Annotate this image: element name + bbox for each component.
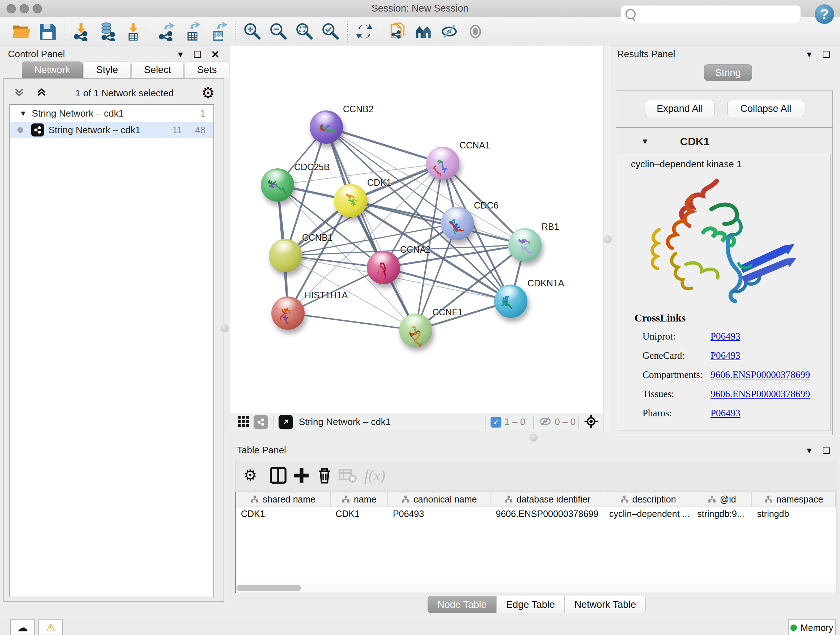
import-network-file-button[interactable]	[69, 19, 93, 43]
show-all-button[interactable]	[464, 19, 488, 43]
control-panel-collapse-icon[interactable]: ▼	[177, 50, 185, 59]
help-button[interactable]: ?	[815, 4, 834, 24]
gene-expand-icon[interactable]: ▼	[641, 137, 649, 146]
table-panel-float-icon[interactable]: ❑	[823, 446, 831, 456]
cloud-status-button[interactable]: ☁	[10, 619, 35, 635]
column-header-namespace[interactable]: namespace	[752, 492, 836, 506]
table-hscrollbar-thumb[interactable]	[237, 585, 301, 591]
node-CDK1[interactable]	[334, 184, 367, 217]
tab-network-table[interactable]: Network Table	[565, 596, 646, 613]
column-header-@id[interactable]: @id	[692, 492, 752, 506]
export-image-button[interactable]	[207, 19, 231, 43]
import-network-database-button[interactable]	[95, 19, 119, 43]
control-panel-close-icon[interactable]: ✕	[211, 49, 219, 60]
delete-column-icon[interactable]	[314, 465, 335, 486]
tab-select[interactable]: Select	[131, 62, 184, 78]
open-in-new-window-icon[interactable]	[279, 415, 293, 429]
table-cell[interactable]: cyclin–dependent ...	[604, 507, 692, 521]
node-CDC25B[interactable]	[261, 168, 294, 202]
crosslinks-title: CrossLinks	[635, 312, 685, 324]
horizontal-splitter-handle[interactable]	[530, 434, 538, 442]
hidden-eye-icon[interactable]	[538, 415, 552, 429]
results-panel-float-icon[interactable]: ❑	[823, 50, 831, 60]
network-row[interactable]: String Network – cdk1 11 48	[10, 122, 213, 138]
column-header-database-identifier[interactable]: database identifier	[491, 492, 605, 506]
create-column-icon[interactable]	[291, 465, 312, 486]
crosslink-link[interactable]: P06493	[711, 331, 741, 345]
table-cell[interactable]: stringdb:9...	[692, 507, 752, 521]
node-CCNE1[interactable]	[399, 314, 432, 347]
tab-network[interactable]: Network	[22, 62, 83, 78]
export-network-button[interactable]	[155, 19, 179, 43]
table-cell[interactable]: CDK1	[330, 507, 387, 521]
node-CCNB1[interactable]	[269, 239, 302, 272]
node-CCNA1[interactable]	[426, 147, 459, 180]
expand-all-button[interactable]: Expand All	[645, 100, 714, 117]
results-panel-collapse-icon[interactable]: ▼	[805, 50, 813, 59]
crosslink-row: Compartments:9606.ENSP00000378699	[643, 369, 827, 384]
import-table-button[interactable]	[121, 19, 145, 43]
expand-all-networks-icon[interactable]	[35, 86, 48, 100]
control-panel-float-icon[interactable]: ❑	[194, 50, 202, 60]
tab-edge-table[interactable]: Edge Table	[496, 596, 565, 613]
save-session-button[interactable]	[35, 19, 59, 43]
gene-description: cyclin–dependent kinase 1	[631, 158, 742, 170]
table-row[interactable]: CDK1CDK1P064939606.ENSP00000378699cyclin…	[236, 507, 836, 521]
open-session-button[interactable]	[9, 19, 33, 43]
clone-network-button[interactable]	[386, 19, 410, 43]
birdseye-grid-icon[interactable]	[237, 415, 250, 429]
table-cell[interactable]: 9606.ENSP00000378699	[491, 507, 604, 521]
control-panel-tabs: NetworkStyleSelectSets	[22, 62, 230, 78]
zoom-in-button[interactable]	[240, 19, 264, 43]
selected-checkbox-icon[interactable]: ✓	[491, 417, 501, 428]
collection-expand-icon[interactable]: ▼	[19, 109, 27, 118]
string-style-icon[interactable]	[254, 415, 268, 429]
apply-layout-button[interactable]	[352, 19, 376, 43]
network-collection-row[interactable]: ▼ String Network – cdk1 1	[10, 105, 213, 122]
show-columns-icon[interactable]	[268, 465, 289, 486]
node-HIST1H1A[interactable]	[271, 296, 305, 330]
right-splitter-handle[interactable]	[604, 235, 612, 243]
table-cell[interactable]: P06493	[388, 507, 491, 521]
network-row-label: String Network – cdk1	[49, 125, 141, 136]
table-cell[interactable]: CDK1	[236, 507, 330, 521]
crosslink-link[interactable]: 9606.ENSP00000378699	[711, 369, 810, 384]
node-CCNA2[interactable]	[367, 251, 400, 284]
crosslink-link[interactable]: P06493	[711, 350, 741, 364]
tab-string[interactable]: String	[704, 65, 752, 81]
search-box[interactable]	[621, 5, 801, 23]
tab-sets[interactable]: Sets	[185, 62, 229, 78]
table-options-gear-icon[interactable]: ⚙	[243, 468, 257, 483]
table-cell[interactable]: stringdb	[752, 507, 836, 521]
crosslink-link[interactable]: P06493	[711, 408, 741, 422]
left-splitter-handle[interactable]	[221, 325, 229, 333]
node-CCNB2[interactable]	[309, 111, 343, 144]
collapse-all-networks-icon[interactable]	[13, 86, 25, 100]
network-options-gear-icon[interactable]: ⚙	[201, 86, 215, 101]
node-RB1[interactable]	[508, 228, 542, 261]
column-header-name[interactable]: name	[331, 492, 388, 506]
table-panel-collapse-icon[interactable]: ▼	[805, 446, 813, 455]
node-table[interactable]: shared namenamecanonical namedatabase id…	[235, 492, 836, 593]
zoom-selected-button[interactable]	[319, 19, 343, 43]
collapse-all-button[interactable]: Collapse All	[728, 100, 804, 117]
node-CDC6[interactable]	[441, 207, 474, 240]
tab-node-table[interactable]: Node Table	[428, 596, 496, 613]
network-canvas[interactable]: CCNB2CCNA1CDC25BCDK1CDC6RB1CCNB1CCNA2CDK…	[231, 46, 604, 413]
column-header-canonical-name[interactable]: canonical name	[388, 492, 491, 506]
memory-button[interactable]: Memory	[788, 619, 836, 635]
zoom-fit-button[interactable]	[293, 19, 317, 43]
crosslink-link[interactable]: 9606.ENSP00000378699	[711, 388, 810, 403]
column-header-description[interactable]: description	[604, 492, 692, 506]
column-header-shared-name[interactable]: shared name	[236, 492, 331, 506]
tab-style[interactable]: Style	[84, 62, 131, 78]
export-table-button[interactable]	[181, 19, 205, 43]
first-neighbors-button[interactable]	[412, 19, 436, 43]
warnings-button[interactable]: ⚠	[38, 619, 63, 635]
fit-selected-crosshair-icon[interactable]	[584, 414, 598, 430]
hide-selected-button[interactable]	[438, 19, 462, 43]
search-input[interactable]	[639, 8, 801, 20]
node-CDKN1A[interactable]	[494, 285, 527, 318]
table-hscrollbar[interactable]	[236, 583, 836, 593]
zoom-out-button[interactable]	[267, 19, 291, 43]
